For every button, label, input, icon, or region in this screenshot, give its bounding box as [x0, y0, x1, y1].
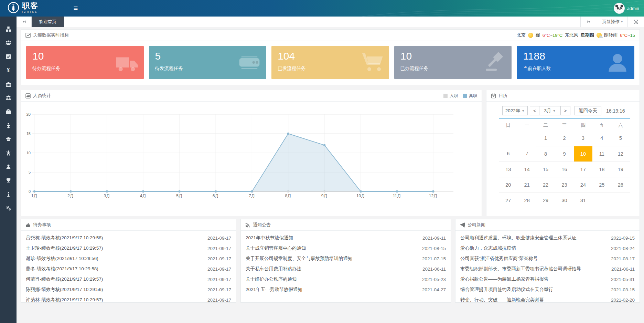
kpi-card-tosend-tasks[interactable]: 5 待发流程任务	[149, 46, 267, 79]
item-title[interactable]: 曹冬-绩效考核(2021/9/17 10:29:58)	[26, 266, 98, 272]
list-item[interactable]: 吕尧栋-绩效考核(2021/9/17 10:29:58)2021-09-17	[21, 233, 236, 243]
item-title[interactable]: 何蒙肖-绩效考核(2021/9/17 10:29:57)	[26, 276, 103, 282]
legend-item-offboard[interactable]: 离职	[463, 93, 477, 99]
sidebar-item-briefcase[interactable]	[0, 105, 17, 118]
calendar-day-15[interactable]: 15	[536, 162, 555, 177]
calendar-day-3[interactable]: 3	[574, 131, 592, 146]
kpi-card-headcount[interactable]: 1188 当前在职人数	[517, 46, 634, 79]
calendar-day-18[interactable]: 18	[592, 162, 611, 177]
item-title[interactable]: 关于成立销管客服中心的通知	[246, 245, 306, 251]
calendar-day-25[interactable]: 25	[592, 177, 611, 192]
list-item[interactable]: 转变、行动、突破——迎新晚会完美谢幕2021-02-20	[455, 295, 640, 305]
year-select[interactable]: 2022年▼	[502, 106, 528, 115]
item-title[interactable]: 关于私车公用费用补贴办法	[246, 266, 301, 272]
calendar-day-28[interactable]: 28	[517, 192, 536, 208]
sidebar-item-employee[interactable]	[0, 160, 17, 174]
sidebar-item-info[interactable]	[0, 187, 17, 201]
calendar-day-22[interactable]: 22	[536, 177, 555, 192]
sidebar-item-team[interactable]	[0, 36, 17, 50]
item-title[interactable]: 2021年五一劳动节放假通知	[246, 286, 302, 293]
kpi-card-pending-tasks[interactable]: 10 待办流程任务	[26, 46, 144, 79]
app-logo[interactable]: 职客 IZHIKE	[8, 2, 39, 13]
sidebar-item-users[interactable]	[0, 91, 17, 105]
calendar-day-10[interactable]: 10	[574, 146, 592, 162]
user-menu[interactable]: admin	[614, 0, 639, 17]
calendar-day-29[interactable]: 29	[536, 192, 555, 208]
sidebar-item-cubes[interactable]	[0, 22, 17, 36]
item-title[interactable]: 市委组织部副部长、市委两新工委项书记莅临公司调研指导	[460, 266, 581, 272]
tabs-scroll-right-button[interactable]	[580, 17, 597, 27]
calendar-day-7[interactable]: 7	[517, 146, 536, 162]
list-item[interactable]: 关于开展公司规章制度、安全与事故预防培训的通知2021-07-15	[241, 253, 451, 264]
calendar-day-23[interactable]: 23	[555, 177, 573, 192]
item-title[interactable]: 2021年中秋节放假通知	[246, 235, 293, 241]
calendar-day-6[interactable]: 6	[499, 146, 517, 162]
list-item[interactable]: 许菊林-绩效考核(2021/9/17 10:29:57)2021-09-17	[21, 295, 236, 305]
item-title[interactable]: 爱心助力，众志成城抗疫情	[460, 245, 516, 251]
item-title[interactable]: 许菊林-绩效考核(2021/9/17 10:29:57)	[26, 297, 103, 303]
fullscreen-button[interactable]	[627, 17, 644, 27]
calendar-day-5[interactable]: 5	[611, 131, 630, 146]
sidebar-item-approvals[interactable]	[0, 50, 17, 63]
calendar-day-20[interactable]: 20	[499, 177, 517, 192]
calendar-day-1[interactable]: 1	[536, 131, 555, 146]
sidebar-item-training[interactable]	[0, 132, 17, 146]
calendar-day-17[interactable]: 17	[574, 162, 592, 177]
sidebar-item-performance[interactable]	[0, 174, 17, 187]
item-title[interactable]: 陈丽娜-绩效考核(2021/9/17 10:29:56)	[26, 286, 103, 293]
calendar-day-8[interactable]: 8	[536, 146, 555, 162]
sidebar-item-child[interactable]	[0, 146, 17, 160]
calendar-day-24[interactable]: 24	[574, 177, 592, 192]
calendar-day-9[interactable]: 9	[555, 146, 573, 162]
list-item[interactable]: 爱心助力，众志成城抗疫情2021-08-24	[455, 243, 640, 253]
item-title[interactable]: 关于维护办公秩序的通知	[246, 276, 297, 282]
list-item[interactable]: 公司顺利通过质量、环境、职业健康安全管理三体系认证2021-09-15	[455, 233, 640, 243]
sidebar-toggle-icon[interactable]: ≡	[69, 0, 83, 17]
item-title[interactable]: 公司喜获“浙江省优秀供应商”荣誉称号	[460, 256, 538, 262]
calendar-day-4[interactable]: 4	[592, 131, 611, 146]
calendar-day-27[interactable]: 27	[499, 192, 517, 208]
list-item[interactable]: 市委组织部副部长、市委两新工委项书记莅临公司调研指导2021-06-11	[455, 264, 640, 274]
back-to-today-button[interactable]: 返回今天	[575, 106, 601, 115]
calendar-day-30[interactable]: 30	[555, 192, 573, 208]
sidebar-item-organization[interactable]	[0, 77, 17, 91]
calendar-day-11[interactable]: 11	[592, 146, 611, 162]
kpi-card-sent-tasks[interactable]: 104 已发流程任务	[271, 46, 389, 79]
tabs-scroll-left-button[interactable]	[17, 17, 32, 27]
calendar-day-12[interactable]: 12	[611, 146, 630, 162]
item-title[interactable]: 综合管理提升项目签约及启动仪式在天台举行	[460, 286, 553, 293]
list-item[interactable]: 曹冬-绩效考核(2021/9/17 10:29:58)2021-09-17	[21, 264, 236, 274]
sidebar-item-lectern[interactable]	[0, 118, 17, 132]
item-title[interactable]: 吕尧栋-绩效考核(2021/9/17 10:29:58)	[26, 235, 103, 241]
list-item[interactable]: 谢珍-绩效考核(2021/9/17 10:29:56)2021-09-17	[21, 253, 236, 264]
calendar-day-19[interactable]: 19	[611, 162, 630, 177]
item-title[interactable]: 谢珍-绩效考核(2021/9/17 10:29:56)	[26, 256, 98, 262]
sidebar-item-salary[interactable]: ¥	[0, 63, 17, 77]
list-item[interactable]: 2021年中秋节放假通知2021-09-11	[241, 233, 451, 243]
item-title[interactable]: 关于开展公司规章制度、安全与事故预防培训的通知	[246, 256, 353, 262]
item-title[interactable]: 转变、行动、突破——迎新晚会完美谢幕	[460, 297, 544, 303]
calendar-day-14[interactable]: 14	[517, 162, 536, 177]
legend-item-onboard[interactable]: 入职	[443, 93, 458, 99]
sidebar-item-settings[interactable]	[0, 201, 17, 215]
tab-home[interactable]: 欢迎首页	[32, 17, 64, 27]
month-select[interactable]: 3月▼	[539, 106, 561, 115]
calendar-day-13[interactable]: 13	[499, 162, 517, 177]
calendar-day-26[interactable]: 26	[611, 177, 630, 192]
list-item[interactable]: 关于私车公用费用补贴办法2021-06-11	[241, 264, 451, 274]
list-item[interactable]: 何蒙肖-绩效考核(2021/9/17 10:29:57)2021-09-17	[21, 274, 236, 284]
item-title[interactable]: 王卫玲-绩效考核(2021/9/17 10:29:57)	[26, 245, 103, 251]
list-item[interactable]: 王卫玲-绩效考核(2021/9/17 10:29:57)2021-09-17	[21, 243, 236, 253]
tab-operations-dropdown[interactable]: 页签操作 ▾	[597, 17, 627, 27]
prev-month-button[interactable]: <	[530, 106, 539, 115]
item-title[interactable]: 爱心捐款公告——为装卸工杨家青募捐报告	[460, 276, 549, 282]
list-item[interactable]: 爱心捐款公告——为装卸工杨家青募捐报告2021-05-31	[455, 274, 640, 284]
calendar-day-31[interactable]: 31	[574, 192, 592, 208]
calendar-day-21[interactable]: 21	[517, 177, 536, 192]
avatar[interactable]	[614, 3, 625, 14]
list-item[interactable]: 陈丽娜-绩效考核(2021/9/17 10:29:56)2021-09-17	[21, 284, 236, 295]
list-item[interactable]: 综合管理提升项目签约及启动仪式在天台举行2021-03-15	[455, 284, 640, 295]
list-item[interactable]: 公司喜获“浙江省优秀供应商”荣誉称号2021-08-17	[455, 253, 640, 264]
next-month-button[interactable]: >	[561, 106, 570, 115]
calendar-day-2[interactable]: 2	[555, 131, 573, 146]
